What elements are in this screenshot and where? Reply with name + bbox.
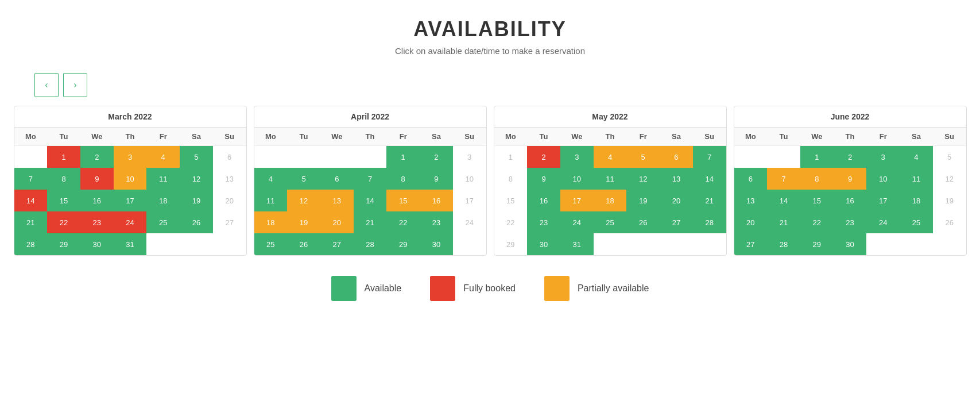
day-cell-18[interactable]: 18 <box>900 190 933 211</box>
day-cell-17[interactable]: 17 <box>866 190 900 211</box>
day-cell-12[interactable]: 12 <box>287 190 320 211</box>
day-cell-27[interactable]: 27 <box>660 211 693 233</box>
day-cell-28[interactable]: 28 <box>354 233 387 255</box>
day-cell-14[interactable]: 14 <box>354 190 387 211</box>
day-cell-22[interactable]: 22 <box>386 211 420 233</box>
day-cell-18[interactable]: 18 <box>594 190 627 211</box>
day-cell-31[interactable]: 31 <box>560 233 594 255</box>
day-cell-26[interactable]: 26 <box>180 211 213 233</box>
prev-button[interactable]: ‹ <box>34 73 59 97</box>
day-cell-1[interactable]: 1 <box>800 146 834 168</box>
day-cell-13[interactable]: 13 <box>734 190 768 211</box>
day-cell-23[interactable]: 23 <box>80 211 114 233</box>
day-cell-4[interactable]: 4 <box>254 168 288 190</box>
day-cell-21[interactable]: 21 <box>354 211 387 233</box>
day-cell-18[interactable]: 18 <box>254 211 288 233</box>
day-cell-11[interactable]: 11 <box>254 190 288 211</box>
day-cell-21[interactable]: 21 <box>14 211 48 233</box>
day-cell-10[interactable]: 10 <box>114 168 147 190</box>
day-cell-24[interactable]: 24 <box>560 211 594 233</box>
day-cell-30[interactable]: 30 <box>527 233 560 255</box>
day-cell-4[interactable]: 4 <box>900 146 933 168</box>
day-cell-14[interactable]: 14 <box>767 190 800 211</box>
day-cell-15[interactable]: 15 <box>386 190 420 211</box>
day-cell-12[interactable]: 12 <box>626 168 660 190</box>
day-cell-21[interactable]: 21 <box>693 190 726 211</box>
day-cell-11[interactable]: 11 <box>594 168 627 190</box>
day-cell-16[interactable]: 16 <box>834 190 867 211</box>
day-cell-9[interactable]: 9 <box>420 168 453 190</box>
day-cell-10[interactable]: 10 <box>866 168 900 190</box>
day-cell-26[interactable]: 26 <box>287 233 320 255</box>
day-cell-2[interactable]: 2 <box>527 146 560 168</box>
day-cell-10[interactable]: 10 <box>560 168 594 190</box>
day-cell-23[interactable]: 23 <box>527 211 560 233</box>
day-cell-2[interactable]: 2 <box>834 146 867 168</box>
day-cell-27[interactable]: 27 <box>734 233 768 255</box>
day-cell-25[interactable]: 25 <box>594 211 627 233</box>
day-cell-21[interactable]: 21 <box>767 211 800 233</box>
day-cell-3[interactable]: 3 <box>866 146 900 168</box>
day-cell-2[interactable]: 2 <box>420 146 453 168</box>
day-cell-30[interactable]: 30 <box>80 233 114 255</box>
day-cell-7[interactable]: 7 <box>693 146 726 168</box>
day-cell-29[interactable]: 29 <box>800 233 834 255</box>
day-cell-25[interactable]: 25 <box>146 211 180 233</box>
day-cell-19[interactable]: 19 <box>287 211 320 233</box>
day-cell-16[interactable]: 16 <box>80 190 114 211</box>
day-cell-23[interactable]: 23 <box>834 211 867 233</box>
day-cell-20[interactable]: 20 <box>320 211 354 233</box>
day-cell-16[interactable]: 16 <box>420 190 453 211</box>
day-cell-1[interactable]: 1 <box>386 146 420 168</box>
day-cell-6[interactable]: 6 <box>320 168 354 190</box>
day-cell-29[interactable]: 29 <box>386 233 420 255</box>
day-cell-13[interactable]: 13 <box>320 190 354 211</box>
day-cell-18[interactable]: 18 <box>146 190 180 211</box>
day-cell-28[interactable]: 28 <box>693 211 726 233</box>
day-cell-16[interactable]: 16 <box>527 190 560 211</box>
day-cell-20[interactable]: 20 <box>660 190 693 211</box>
day-cell-23[interactable]: 23 <box>420 211 453 233</box>
day-cell-11[interactable]: 11 <box>900 168 933 190</box>
day-cell-28[interactable]: 28 <box>14 233 48 255</box>
day-cell-14[interactable]: 14 <box>14 190 48 211</box>
day-cell-9[interactable]: 9 <box>527 168 560 190</box>
day-cell-24[interactable]: 24 <box>114 211 147 233</box>
day-cell-9[interactable]: 9 <box>834 168 867 190</box>
next-button[interactable]: › <box>63 73 87 97</box>
day-cell-4[interactable]: 4 <box>146 146 180 168</box>
day-cell-29[interactable]: 29 <box>47 233 80 255</box>
day-cell-14[interactable]: 14 <box>693 168 726 190</box>
day-cell-13[interactable]: 13 <box>660 168 693 190</box>
day-cell-28[interactable]: 28 <box>767 233 800 255</box>
day-cell-30[interactable]: 30 <box>834 233 867 255</box>
day-cell-2[interactable]: 2 <box>80 146 114 168</box>
day-cell-8[interactable]: 8 <box>47 168 80 190</box>
day-cell-19[interactable]: 19 <box>180 190 213 211</box>
day-cell-9[interactable]: 9 <box>80 168 114 190</box>
day-cell-3[interactable]: 3 <box>560 146 594 168</box>
day-cell-3[interactable]: 3 <box>114 146 147 168</box>
day-cell-6[interactable]: 6 <box>734 168 768 190</box>
day-cell-5[interactable]: 5 <box>626 146 660 168</box>
day-cell-24[interactable]: 24 <box>866 211 900 233</box>
day-cell-4[interactable]: 4 <box>594 146 627 168</box>
day-cell-7[interactable]: 7 <box>14 168 48 190</box>
day-cell-17[interactable]: 17 <box>114 190 147 211</box>
day-cell-26[interactable]: 26 <box>626 211 660 233</box>
day-cell-25[interactable]: 25 <box>254 233 288 255</box>
day-cell-30[interactable]: 30 <box>420 233 453 255</box>
day-cell-6[interactable]: 6 <box>660 146 693 168</box>
day-cell-8[interactable]: 8 <box>386 168 420 190</box>
day-cell-15[interactable]: 15 <box>47 190 80 211</box>
day-cell-5[interactable]: 5 <box>180 146 213 168</box>
day-cell-27[interactable]: 27 <box>320 233 354 255</box>
day-cell-1[interactable]: 1 <box>47 146 80 168</box>
day-cell-22[interactable]: 22 <box>800 211 834 233</box>
day-cell-19[interactable]: 19 <box>626 190 660 211</box>
day-cell-17[interactable]: 17 <box>560 190 594 211</box>
day-cell-22[interactable]: 22 <box>47 211 80 233</box>
day-cell-5[interactable]: 5 <box>287 168 320 190</box>
day-cell-15[interactable]: 15 <box>800 190 834 211</box>
day-cell-8[interactable]: 8 <box>800 168 834 190</box>
